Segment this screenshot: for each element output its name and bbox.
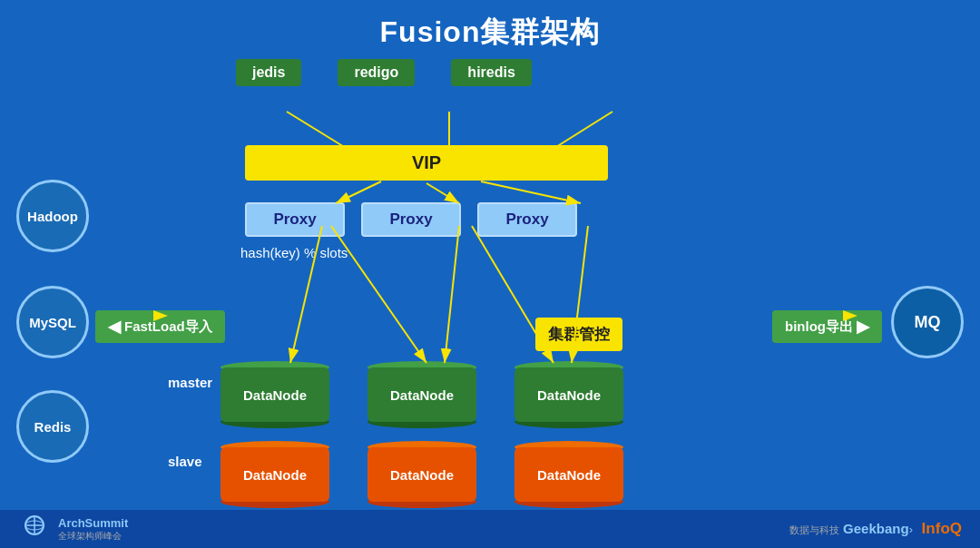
slave-datanode-1-label: DataNode <box>243 467 307 483</box>
footer: ArchSummit 全球架构师峰会 数据与科技 Geekbang› InfoQ <box>0 510 980 548</box>
fastload-label: FastLoad导入 <box>124 318 212 336</box>
slave-datanode-3-label: DataNode <box>537 467 601 483</box>
hadoop-label: Hadoop <box>27 209 78 224</box>
vip-bar: VIP <box>245 145 608 181</box>
mysql-label: MySQL <box>29 315 76 330</box>
hadoop-circle: Hadoop <box>16 180 89 252</box>
redis-label: Redis <box>34 419 72 435</box>
infoq-label: InfoQ <box>922 520 962 537</box>
mq-label: MQ <box>915 313 941 332</box>
proxy-box-1: Proxy <box>245 202 345 237</box>
geekbang-label: Geekbang <box>843 521 909 536</box>
footer-right: 数据与科技 Geekbang› InfoQ <box>789 520 962 538</box>
archsummit-sub: 全球架构师峰会 <box>58 530 128 543</box>
redigo-box: redigo <box>338 59 415 86</box>
jedis-box: jedis <box>236 59 301 86</box>
slave-datanode-2-label: DataNode <box>390 467 454 483</box>
slave-label: slave <box>168 454 202 469</box>
master-datanode-1: DataNode <box>220 367 329 422</box>
hash-label: hash(key) % slots <box>240 245 348 260</box>
binlog-button: binlog导出 ▶ <box>772 310 882 343</box>
fastload-button: ◀ FastLoad导入 <box>95 310 225 343</box>
archsummit-icon <box>18 513 51 545</box>
master-datanode-2: DataNode <box>368 367 476 422</box>
title: Fusion集群架构 <box>0 0 980 53</box>
footer-left: ArchSummit 全球架构师峰会 <box>18 513 128 545</box>
proxy-box-3: Proxy <box>477 202 577 237</box>
slave-datanode-1: DataNode <box>220 447 329 502</box>
master-datanode-3: DataNode <box>514 367 623 422</box>
master-datanode-3-label: DataNode <box>537 387 601 403</box>
master-datanode-2-label: DataNode <box>390 387 454 403</box>
mq-circle: MQ <box>891 286 964 358</box>
mysql-circle: MySQL <box>16 286 89 358</box>
binlog-label: binlog导出 <box>785 318 853 336</box>
slave-datanode-3: DataNode <box>514 447 623 502</box>
cluster-control-box: 集群管控 <box>535 318 622 351</box>
redis-circle: Redis <box>16 390 89 463</box>
hiredis-box: hiredis <box>451 59 531 86</box>
proxy-box-2: Proxy <box>361 202 461 237</box>
slave-datanode-2: DataNode <box>368 447 476 502</box>
master-datanode-1-label: DataNode <box>243 387 307 403</box>
archsummit-label: ArchSummit <box>58 516 128 530</box>
master-label: master <box>168 375 212 390</box>
